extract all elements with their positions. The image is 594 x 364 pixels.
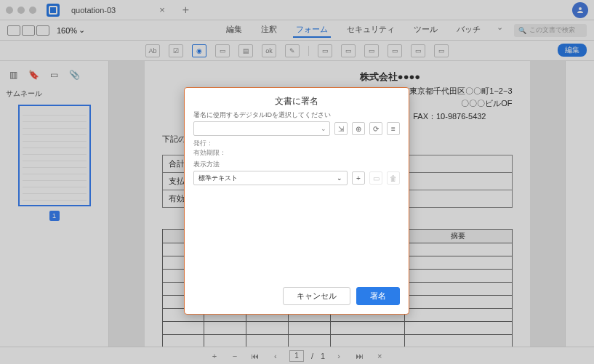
digital-id-label: 署名に使用するデジタルIDを選択してください	[193, 110, 400, 120]
edit-appearance-icon[interactable]: ▭	[369, 171, 382, 185]
refresh-icon[interactable]: ⟳	[369, 122, 382, 135]
new-id-icon[interactable]: ⊕	[352, 122, 365, 135]
chevron-down-icon: ⌄	[337, 174, 342, 182]
issuer-label: 発行：	[193, 139, 400, 148]
signature-preview	[193, 187, 400, 281]
delete-appearance-icon[interactable]: 🗑	[387, 171, 400, 185]
cancel-button[interactable]: キャンセル	[283, 287, 350, 305]
digital-id-dropdown[interactable]: ⌄	[193, 121, 330, 136]
sign-document-dialog: 文書に署名 署名に使用するデジタルIDを選択してください ⌄ ⇲ ⊕ ⟳ ≡ 発…	[184, 87, 409, 315]
display-method-label: 表示方法	[193, 160, 400, 169]
expiry-label: 有効期限：	[193, 148, 400, 158]
add-appearance-icon[interactable]: +	[352, 171, 365, 185]
dialog-title: 文書に署名	[193, 95, 400, 108]
method-value: 標準テキスト	[198, 174, 238, 183]
id-info: 発行： 有効期限：	[193, 139, 400, 157]
sign-button[interactable]: 署名	[356, 287, 400, 305]
list-icon[interactable]: ≡	[387, 122, 400, 135]
display-method-dropdown[interactable]: 標準テキスト ⌄	[193, 171, 348, 185]
chevron-down-icon: ⌄	[321, 125, 326, 132]
import-id-icon[interactable]: ⇲	[334, 122, 348, 135]
